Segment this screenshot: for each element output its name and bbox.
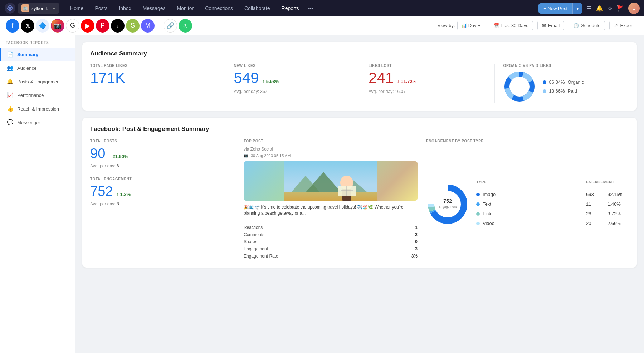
platform-google[interactable]: G	[66, 19, 79, 33]
total-posts-value: 90	[90, 146, 105, 161]
col-type: TYPE	[476, 180, 586, 184]
total-posts-avg: Avg. per day: 6	[90, 163, 235, 168]
summary-icon: 📄	[7, 51, 14, 58]
image-dot	[476, 193, 480, 196]
performance-icon: 📈	[7, 92, 14, 98]
top-navigation: 🏢 Zylker T... ▼ Home Posts Inbox Message…	[0, 0, 644, 16]
sidebar-label-summary: Summary	[17, 52, 38, 57]
new-likes-avg: Avg. per day: 36.6	[234, 89, 351, 94]
new-post-label[interactable]: + New Post	[538, 3, 572, 14]
engagement-by-type-column: ENGAGEMENT BY POST TYPE	[426, 139, 629, 260]
brand-switcher[interactable]: 🏢 Zylker T... ▼	[18, 3, 59, 14]
schedule-button[interactable]: 🕐 Schedule	[569, 21, 605, 30]
platform-instagram[interactable]: 📷	[51, 19, 64, 33]
col-pct: %	[608, 180, 629, 184]
engagement-label: Engagement	[244, 246, 268, 251]
engagement-donut-area: 752 Engagement TYPE ENGAGEMENT %	[426, 149, 629, 260]
sidebar-item-messenger[interactable]: 💬 Messenger	[0, 116, 75, 129]
paid-pct: 13.66%	[549, 88, 565, 94]
video-count: 20	[586, 221, 608, 226]
gear-icon[interactable]: ⚙	[608, 5, 613, 12]
engagement-by-type-header: ENGAGEMENT BY POST TYPE	[426, 139, 629, 143]
nav-collaborate[interactable]: Collaborate	[239, 0, 276, 16]
nav-posts[interactable]: Posts	[89, 0, 113, 16]
new-post-caret[interactable]: ▾	[572, 3, 582, 14]
sidebar-item-summary[interactable]: 📄 Summary	[0, 48, 75, 61]
link-count: 28	[586, 211, 608, 216]
platform-youtube[interactable]: ▶	[81, 19, 94, 33]
camera-icon: 📷	[244, 153, 249, 158]
top-post-column: TOP POST via Zoho Social 📷 30 Aug 2023 0…	[244, 139, 418, 260]
view-by-select[interactable]: 📊 Day ▾	[457, 21, 484, 30]
user-avatar[interactable]: U	[628, 3, 640, 14]
main-content: Audience Summary TOTAL PAGE LIKES 171K N…	[75, 35, 644, 353]
platform-pinterest[interactable]: P	[96, 19, 109, 33]
sidebar-section-label: FACEBOOK REPORTS	[0, 41, 75, 48]
platform-extra1[interactable]: 🔗	[164, 19, 177, 33]
total-engagement-avg: Avg. per day: 8	[90, 201, 235, 206]
total-page-likes-metric: TOTAL PAGE LIKES 171K	[90, 64, 225, 103]
organic-dot	[543, 80, 546, 84]
stat-engagement: Engagement 3	[244, 245, 418, 253]
platform-shopify[interactable]: S	[126, 19, 140, 33]
menu-icon[interactable]: ☰	[587, 5, 592, 12]
svg-text:Engagement: Engagement	[438, 205, 457, 209]
nav-reports[interactable]: Reports	[276, 0, 305, 16]
email-button[interactable]: ✉ Email	[537, 21, 565, 30]
nav-monitor[interactable]: Monitor	[171, 0, 199, 16]
stat-reactions: Reactions 1	[244, 224, 418, 231]
flag-icon[interactable]: 🚩	[617, 5, 624, 12]
eng-type-image: Image	[476, 192, 586, 197]
total-page-likes-label: TOTAL PAGE LIKES	[90, 64, 216, 68]
sidebar-item-posts-engagement[interactable]: 🔔 Posts & Engagement	[0, 75, 75, 88]
engagement-type-table: TYPE ENGAGEMENT % Image 693	[476, 180, 629, 228]
total-posts-change: 21.50%	[109, 154, 128, 159]
view-by-label: View by:	[438, 23, 455, 28]
main-navigation: Home Posts Inbox Messages Monitor Connec…	[64, 0, 536, 16]
bell-icon[interactable]: 🔔	[596, 5, 603, 12]
view-by-container: View by: 📊 Day ▾	[438, 21, 484, 30]
sidebar-item-performance[interactable]: 📈 Performance	[0, 88, 75, 102]
platform-mastodon[interactable]: M	[141, 19, 155, 33]
view-by-value: Day	[468, 23, 477, 28]
image-count: 693	[586, 192, 608, 197]
post-engagement-title: Facebook: Post & Engagement Summary	[90, 126, 629, 133]
engagement-value: 3	[415, 246, 418, 251]
nav-more[interactable]: •••	[305, 0, 317, 16]
sidebar-item-reach[interactable]: 👍 Reach & Impression	[0, 102, 75, 116]
nav-home[interactable]: Home	[64, 0, 89, 16]
total-page-likes-value: 171K	[90, 70, 216, 85]
text-dot	[476, 202, 480, 206]
eng-type-video: Video	[476, 221, 586, 226]
video-pct: 2.66%	[608, 221, 629, 226]
new-post-button[interactable]: + New Post ▾	[538, 3, 582, 14]
platform-twitter[interactable]: 𝕏	[21, 19, 34, 33]
platform-linkedin[interactable]: 🔷	[36, 19, 49, 33]
eng-type-link: Link	[476, 211, 586, 216]
svg-point-4	[507, 74, 532, 99]
engagement-row-link: Link 28 3.72%	[476, 209, 629, 219]
export-button[interactable]: ↗ Export	[609, 21, 638, 30]
engagement-rate-value: 3%	[411, 254, 418, 259]
sidebar-item-audience[interactable]: 👥 Audience	[0, 61, 75, 75]
nav-inbox[interactable]: Inbox	[113, 0, 137, 16]
nav-connections[interactable]: Connections	[199, 0, 239, 16]
platform-extra2[interactable]: ◎	[179, 19, 192, 33]
total-engagement-label: TOTAL ENGAGEMENT	[90, 177, 235, 181]
top-post-date: 📷 30 Aug 2023 05:15 AM	[244, 153, 418, 158]
email-label: Email	[548, 23, 560, 28]
platform-facebook[interactable]: f	[6, 19, 19, 33]
organic-paid-donut	[503, 70, 536, 103]
engagement-row-text: Text 11 1.46%	[476, 199, 629, 209]
platform-tiktok[interactable]: ♪	[111, 19, 125, 33]
nav-messages[interactable]: Messages	[137, 0, 171, 16]
date-range-button[interactable]: 📅 Last 30 Days	[489, 21, 533, 30]
organic-paid-chart: 86.34% Organic 13.66% Paid	[503, 70, 621, 103]
top-post-header: TOP POST	[244, 139, 418, 143]
messenger-icon: 💬	[7, 119, 14, 126]
likes-lost-avg: Avg. per day: 16.07	[369, 89, 486, 94]
shares-label: Shares	[244, 239, 257, 244]
engagement-donut: 752 Engagement	[426, 183, 469, 226]
audience-summary-title: Audience Summary	[90, 50, 629, 57]
total-engagement-value: 752	[90, 184, 113, 199]
